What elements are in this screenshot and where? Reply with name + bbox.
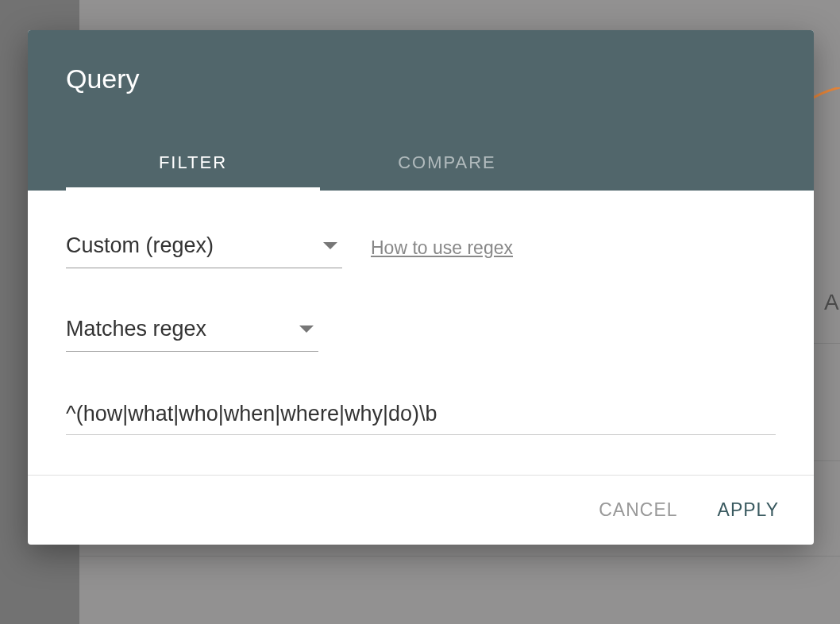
cancel-button[interactable]: CANCEL <box>599 499 677 521</box>
chevron-down-icon <box>299 325 314 333</box>
dialog-tabs: FILTER COMPARE <box>28 138 814 191</box>
tab-compare[interactable]: COMPARE <box>320 138 574 191</box>
match-type-select[interactable]: Matches regex <box>66 312 318 352</box>
tab-filter[interactable]: FILTER <box>66 138 320 191</box>
query-dialog: Query FILTER COMPARE Custom (regex) How … <box>28 30 814 545</box>
dialog-footer: CANCEL APPLY <box>28 475 814 545</box>
regex-help-link[interactable]: How to use regex <box>371 237 513 259</box>
regex-input[interactable] <box>66 395 776 435</box>
filter-type-select[interactable]: Custom (regex) <box>66 229 342 268</box>
dialog-body: Custom (regex) How to use regex Matches … <box>28 191 814 475</box>
chevron-down-icon <box>323 242 337 249</box>
dialog-header: Query FILTER COMPARE <box>28 30 814 191</box>
apply-button[interactable]: APPLY <box>718 499 779 521</box>
dialog-title: Query <box>28 30 814 94</box>
match-type-value: Matches regex <box>66 317 206 341</box>
filter-type-value: Custom (regex) <box>66 233 214 258</box>
